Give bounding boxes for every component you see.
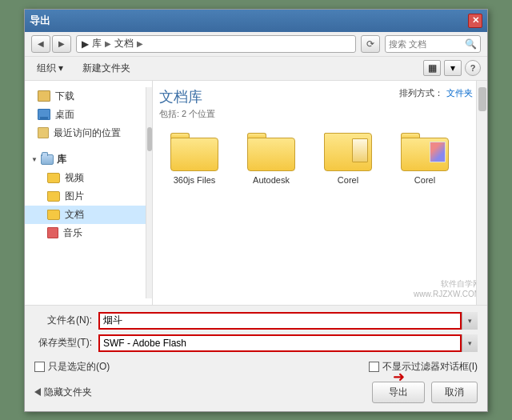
hide-folder-area: 隐藏文件夹: [34, 386, 92, 399]
only-selected-checkbox[interactable]: [34, 362, 45, 372]
content-scrollbar[interactable]: [476, 81, 487, 305]
folder-corel2-label: Corel: [414, 174, 435, 186]
forward-button[interactable]: ▶: [52, 35, 71, 53]
view-dropdown-button[interactable]: ▾: [444, 60, 462, 76]
filename-input[interactable]: [98, 312, 462, 330]
sidebar: 下载 桌面 最近访问的位置 ▼ 库: [25, 81, 153, 305]
main-area: 下载 桌面 最近访问的位置 ▼ 库: [25, 81, 487, 305]
folder-autodesk[interactable]: Autodesk: [239, 133, 303, 186]
breadcrumb-lib: 库: [92, 37, 102, 50]
watermark: 软件自学网 www.RJZXW.COM: [414, 278, 481, 298]
folders-grid: 360js Files Autodesk Corel: [159, 130, 481, 189]
checkboxes-row: 只是选定的(O) 不显示过滤器对话框(I): [34, 357, 478, 377]
content-area: 文档库 包括: 2 个位置 排列方式： 文件夹 ▾ 360js Fil: [153, 81, 487, 305]
libraries-group[interactable]: ▼ 库: [25, 150, 152, 169]
sort-area: 排列方式： 文件夹 ▾: [399, 87, 481, 99]
view-button[interactable]: ▦: [423, 60, 441, 76]
search-icon: 🔍: [465, 38, 477, 50]
hide-folder-triangle-icon: [34, 388, 41, 396]
search-input[interactable]: [389, 39, 462, 49]
sidebar-pictures-label: 图片: [65, 190, 84, 203]
sidebar-documents-label: 文档: [65, 208, 84, 222]
view-icon: ▦: [428, 62, 437, 74]
close-button[interactable]: ✕: [468, 14, 482, 28]
folder-360js[interactable]: 360js Files: [162, 133, 226, 186]
sidebar-item-video[interactable]: 视频: [25, 169, 152, 187]
export-label: 导出: [389, 386, 408, 398]
refresh-button[interactable]: ⟳: [361, 35, 380, 53]
sort-link[interactable]: 文件夹: [446, 87, 473, 99]
sidebar-desktop-label: 桌面: [55, 108, 74, 122]
sidebar-item-pictures[interactable]: 图片: [25, 187, 152, 206]
only-selected-area: 只是选定的(O): [34, 360, 110, 374]
buttons-row: 隐藏文件夹 导出 ➜ 取消: [34, 377, 478, 405]
desktop-icon: [38, 109, 50, 120]
breadcrumb-sep2: ▶: [137, 39, 143, 48]
export-button[interactable]: 导出 ➜: [372, 382, 425, 403]
filetype-select[interactable]: SWF - Adobe Flash: [98, 334, 462, 352]
filetype-row: 保存类型(T): SWF - Adobe Flash ▾: [34, 334, 478, 352]
sidebar-recent-label: 最近访问的位置: [54, 126, 121, 140]
documents-icon: [47, 210, 60, 220]
cancel-button[interactable]: 取消: [431, 382, 478, 403]
title-bar-buttons: ✕: [468, 14, 482, 28]
toolbar-left: 组织 ▾ 新建文件夹: [31, 59, 138, 78]
hide-folder-label[interactable]: 隐藏文件夹: [44, 386, 92, 399]
only-selected-label: 只是选定的(O): [48, 360, 110, 374]
pictures-icon: [47, 191, 60, 202]
filename-dropdown-arrow[interactable]: ▾: [462, 312, 478, 330]
bottom-area: 文件名(N): ▾ 保存类型(T): SWF - Adobe Flash ▾ 只…: [25, 305, 487, 411]
dialog-title: 导出: [30, 14, 50, 28]
folder-corel2-icon: [401, 133, 449, 171]
organize-label: 组织: [37, 62, 56, 75]
recent-icon: [38, 127, 49, 138]
no-filter-area: 不显示过滤器对话框(I): [369, 360, 478, 374]
libraries-triangle: ▼: [31, 156, 38, 163]
sort-label-text: 排列方式：: [399, 87, 443, 99]
export-dialog: 导出 ✕ ◀ ▶ ▶ 库 ▶ 文档 ▶ ⟳ 🔍: [24, 9, 488, 412]
address-toolbar: ◀ ▶ ▶ 库 ▶ 文档 ▶ ⟳ 🔍: [25, 32, 487, 57]
filename-label: 文件名(N):: [34, 314, 98, 327]
folder-autodesk-icon: [247, 133, 295, 171]
filename-row: 文件名(N): ▾: [34, 312, 478, 330]
organize-button[interactable]: 组织 ▾: [31, 59, 69, 78]
download-icon: [38, 90, 50, 102]
no-filter-checkbox[interactable]: [369, 362, 379, 372]
content-subtitle: 包括: 2 个位置: [159, 108, 215, 120]
content-title-area: 文档库 包括: 2 个位置: [159, 87, 215, 120]
libraries-label: 库: [57, 153, 66, 166]
breadcrumb-docs: 文档: [114, 37, 134, 50]
help-button[interactable]: ?: [465, 60, 481, 76]
folder-corel1-label: Corel: [338, 174, 358, 186]
content-title: 文档库: [159, 87, 215, 106]
sidebar-music-label: 音乐: [63, 226, 82, 240]
breadcrumb-sep1: ▶: [105, 39, 111, 48]
title-bar: 导出 ✕: [25, 10, 487, 32]
cancel-label: 取消: [445, 386, 464, 398]
breadcrumb[interactable]: ▶ 库 ▶ 文档 ▶: [76, 35, 356, 53]
breadcrumb-icon: ▶: [82, 38, 89, 50]
filename-input-wrap: ▾: [98, 312, 478, 330]
view-dropdown-icon: ▾: [450, 62, 455, 74]
folder-corel2[interactable]: Corel: [393, 133, 457, 186]
search-box[interactable]: 🔍: [385, 35, 481, 53]
new-folder-button[interactable]: 新建文件夹: [75, 59, 138, 78]
sidebar-item-music[interactable]: 音乐: [25, 224, 152, 242]
toolbar-right: ▦ ▾ ?: [423, 60, 481, 76]
folder-corel1[interactable]: Corel: [316, 133, 380, 186]
sidebar-download-label: 下载: [55, 90, 74, 103]
back-button[interactable]: ◀: [31, 35, 50, 53]
filetype-label: 保存类型(T):: [34, 336, 98, 350]
sidebar-scrollbar[interactable]: [146, 87, 152, 298]
sidebar-item-documents[interactable]: 文档: [25, 206, 152, 224]
folder-360js-icon: [170, 133, 218, 171]
filetype-select-wrap: SWF - Adobe Flash ▾: [98, 334, 478, 352]
sidebar-item-desktop[interactable]: 桌面: [25, 106, 152, 124]
folder-360js-label: 360js Files: [174, 174, 216, 186]
music-icon: [47, 227, 58, 238]
sidebar-item-download[interactable]: 下载: [25, 87, 152, 106]
sidebar-item-recent[interactable]: 最近访问的位置: [25, 124, 152, 142]
export-button-wrap: 导出 ➜: [372, 382, 425, 403]
filetype-value: SWF - Adobe Flash: [103, 338, 186, 349]
filetype-dropdown-arrow[interactable]: ▾: [462, 334, 478, 352]
